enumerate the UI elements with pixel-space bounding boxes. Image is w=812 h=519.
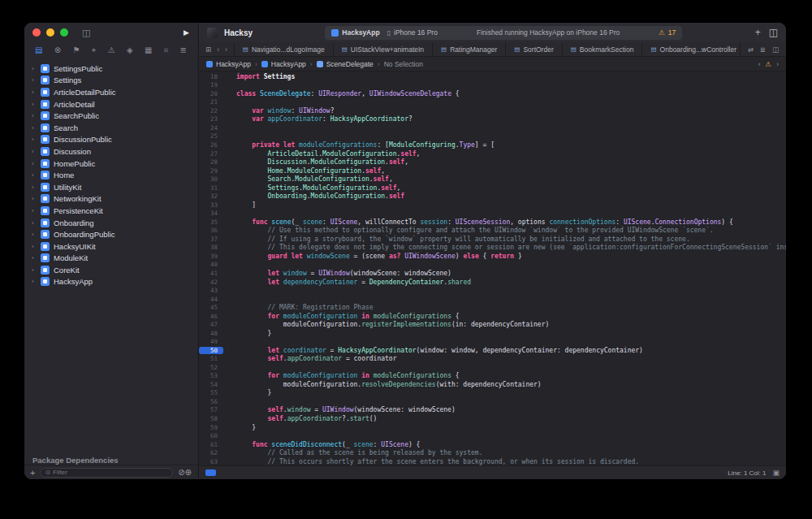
- line-number[interactable]: 60: [199, 432, 223, 439]
- line-number[interactable]: 56: [199, 398, 223, 405]
- code-line[interactable]: 45 // MARK: Registration Phase: [199, 303, 786, 312]
- zoom-button[interactable]: [60, 28, 68, 37]
- disclosure-chevron-icon[interactable]: ›: [32, 184, 37, 191]
- filter-recent-icon[interactable]: ⊘: [178, 468, 184, 477]
- forward-button[interactable]: ›: [225, 45, 227, 54]
- disclosure-chevron-icon[interactable]: ›: [32, 89, 37, 96]
- disclosure-chevron-icon[interactable]: ›: [32, 160, 37, 167]
- line-number[interactable]: 36: [199, 227, 223, 234]
- code-line[interactable]: 51 self.appCoordinator = coordinator: [199, 355, 786, 364]
- line-number[interactable]: 42: [199, 279, 223, 286]
- code-line[interactable]: 31 Settings.ModuleConfiguration.self,: [199, 184, 786, 192]
- code-line[interactable]: 29 Home.ModuleConfiguration.self,: [199, 167, 786, 175]
- line-number[interactable]: 26: [199, 141, 223, 149]
- code-line[interactable]: 43: [199, 286, 786, 295]
- code-line[interactable]: 35 func scene(_ scene: UIScene, willConn…: [199, 218, 786, 227]
- code-line[interactable]: 25: [199, 132, 786, 141]
- code-line[interactable]: 37 // If using a storyboard, the `window…: [199, 235, 786, 244]
- line-number[interactable]: 30: [199, 175, 223, 183]
- disclosure-chevron-icon[interactable]: ›: [32, 76, 37, 84]
- line-number[interactable]: 51: [199, 355, 223, 362]
- disclosure-chevron-icon[interactable]: ›: [32, 207, 37, 214]
- destination-selector[interactable]: ▯ iPhone 16 Pro: [387, 28, 438, 37]
- line-number[interactable]: 33: [199, 201, 223, 209]
- tab-Onboarding...wController[interactable]: ▤Onboarding...wController: [642, 42, 739, 56]
- code-line[interactable]: 52: [199, 363, 786, 372]
- tab-SortOrder[interactable]: ▤SortOrder: [506, 42, 562, 56]
- code-line[interactable]: 50 let coordinator = HacksyAppCoordinato…: [199, 346, 786, 355]
- breadcrumb-item[interactable]: No Selection: [384, 60, 423, 68]
- code-line[interactable]: 18import Settings: [199, 72, 786, 81]
- code-line[interactable]: 63 // This occurs shortly after the scen…: [199, 457, 786, 465]
- code-line[interactable]: 22 var window: UIWindow?: [199, 106, 786, 115]
- disclosure-chevron-icon[interactable]: ›: [32, 266, 37, 274]
- code-line[interactable]: 21: [199, 98, 786, 107]
- code-line[interactable]: 56: [199, 397, 786, 406]
- add-editor-icon[interactable]: ◫: [772, 45, 779, 54]
- line-number[interactable]: 49: [199, 338, 223, 345]
- debug-icon[interactable]: ▦: [145, 46, 152, 54]
- disclosure-chevron-icon[interactable]: ›: [32, 124, 37, 132]
- line-number[interactable]: 52: [199, 364, 223, 371]
- close-button[interactable]: [32, 28, 41, 37]
- line-number[interactable]: 47: [199, 321, 223, 328]
- line-number[interactable]: 18: [199, 73, 223, 80]
- reports-icon[interactable]: ≣: [180, 46, 187, 54]
- sidebar-item-Home[interactable]: ›Home: [24, 169, 197, 181]
- code-line[interactable]: 39 guard let windowScene = (scene as? UI…: [199, 252, 786, 261]
- line-number[interactable]: 34: [199, 210, 223, 217]
- line-number[interactable]: 35: [199, 218, 223, 226]
- sidebar-item-HomePublic[interactable]: ›HomePublic: [24, 158, 197, 170]
- code-line[interactable]: 44: [199, 295, 786, 304]
- issues-icon[interactable]: ⚠: [108, 46, 115, 54]
- line-number[interactable]: 38: [199, 244, 223, 251]
- line-number[interactable]: 57: [199, 406, 223, 413]
- code-line[interactable]: 55 }: [199, 389, 786, 398]
- code-line[interactable]: 38 // This delegate does not imply the c…: [199, 244, 786, 253]
- code-line[interactable]: 40: [199, 261, 786, 270]
- code-line[interactable]: 42 let dependencyContainer = DependencyC…: [199, 278, 786, 287]
- minimize-button[interactable]: [46, 28, 54, 37]
- tab-overview-icon[interactable]: ⊞: [205, 45, 211, 54]
- project-navigator-icon[interactable]: ▤: [35, 46, 42, 54]
- code-line[interactable]: 61 func sceneDidDisconnect(_ scene: UISc…: [199, 440, 786, 449]
- disclosure-chevron-icon[interactable]: ›: [32, 171, 37, 179]
- sidebar-item-SettingsPublic[interactable]: ›SettingsPublic: [24, 63, 197, 75]
- line-number[interactable]: 43: [199, 287, 223, 294]
- code-line[interactable]: 33 ]: [199, 201, 786, 210]
- sidebar-item-Discussion[interactable]: ›Discussion: [24, 145, 197, 158]
- code-line[interactable]: 49: [199, 337, 786, 346]
- code-line[interactable]: 58 self.appCoordinator?.start(): [199, 414, 786, 423]
- sidebar-item-ArticleDetail[interactable]: ›ArticleDetail: [24, 98, 197, 110]
- code-review-icon[interactable]: ⇄: [748, 45, 754, 54]
- sidebar-item-CoreKit[interactable]: ›CoreKit: [24, 264, 197, 276]
- sidebar-item-DiscussionPublic[interactable]: ›DiscussionPublic: [24, 134, 197, 146]
- back-button[interactable]: ‹: [217, 45, 219, 54]
- line-number[interactable]: 44: [199, 296, 223, 303]
- code-line[interactable]: 47 moduleConfiguration.registerImplement…: [199, 320, 786, 329]
- code-line[interactable]: 60: [199, 431, 786, 440]
- code-line[interactable]: 28 Discussion.ModuleConfiguration.self,: [199, 158, 786, 167]
- line-number[interactable]: 40: [199, 261, 223, 268]
- scheme-selector[interactable]: HacksyApp: [331, 28, 379, 37]
- sidebar-item-HacksyApp[interactable]: ›HacksyApp: [24, 276, 197, 288]
- line-number[interactable]: 20: [199, 90, 223, 97]
- sidebar-item-UtilityKit[interactable]: ›UtilityKit: [24, 181, 197, 193]
- toolbar-plus-button[interactable]: +: [755, 28, 761, 37]
- code-line[interactable]: 36 // Use this method to optionally conf…: [199, 227, 786, 236]
- code-line[interactable]: 57 self.window = UIWindow(windowScene: w…: [199, 406, 786, 415]
- tab-UIStackView+animateIn[interactable]: ▤UIStackView+animateIn: [334, 42, 433, 56]
- bookmarks-icon[interactable]: ⚑: [72, 46, 80, 54]
- line-number[interactable]: 46: [199, 313, 223, 320]
- code-line[interactable]: 30 Search.ModuleConfiguration.self,: [199, 175, 786, 184]
- line-number[interactable]: 21: [199, 98, 223, 106]
- line-number[interactable]: 39: [199, 253, 223, 260]
- line-number[interactable]: 54: [199, 381, 223, 388]
- sidebar-item-SearchPublic[interactable]: ›SearchPublic: [24, 110, 197, 122]
- warning-badge[interactable]: ⚠ 17: [659, 28, 676, 37]
- bottom-panel-icon[interactable]: ▣: [772, 469, 780, 477]
- activity-view[interactable]: HacksyApp ▯ iPhone 16 Pro Finished runni…: [325, 26, 682, 40]
- disclosure-chevron-icon[interactable]: ›: [32, 195, 37, 202]
- code-line[interactable]: 53 for moduleConfiguration in moduleConf…: [199, 372, 786, 381]
- sidebar-item-PersistenceKit[interactable]: ›PersistenceKit: [24, 205, 197, 217]
